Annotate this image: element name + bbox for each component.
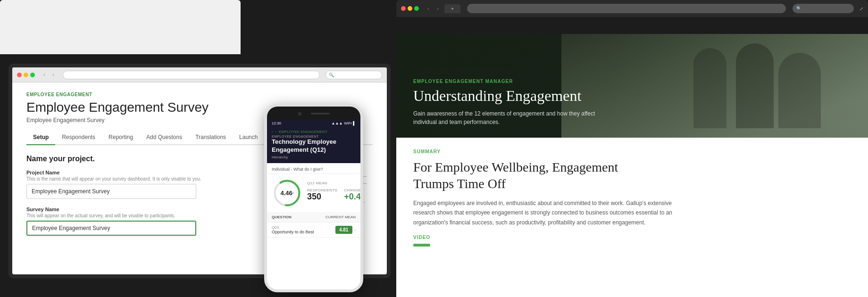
phone-time: 12:30 (272, 121, 281, 125)
minimize-button[interactable] (24, 73, 28, 77)
respondents-value: 350 (307, 192, 337, 202)
right-close-button[interactable] (401, 6, 406, 11)
status-icons: ▲▲▲ WiFi ▌ (332, 121, 356, 125)
desktop-screen (0, 0, 241, 54)
phone-back-button[interactable]: ‹ ← EMPLOYEE ENGAGEMENT (272, 130, 356, 134)
right-browser-tab[interactable]: + (444, 4, 460, 13)
right-nav-arrows: ‹ › (425, 5, 442, 12)
phone-emp-label: EMPLOYEE ENGAGEMENT (272, 135, 356, 138)
search-icon: 🔍 (329, 73, 334, 77)
project-name-desc: This is the name that will appear on you… (26, 176, 274, 182)
tab-translations[interactable]: Translations (189, 130, 233, 144)
tab-add-questions[interactable]: Add Questons (140, 130, 189, 144)
back-chevron-icon: ‹ (272, 130, 273, 134)
right-maximize-button[interactable] (414, 6, 419, 11)
tab-launch[interactable]: Launch (233, 130, 264, 144)
hero-person-silhouette-2 (778, 53, 821, 128)
expand-icon[interactable]: ⤢ (860, 6, 863, 11)
desktop-monitor (0, 0, 241, 54)
hero-text: EMPLOYEE ENGAGEMENT MANAGER Understandin… (413, 79, 602, 126)
close-button[interactable] (17, 73, 22, 77)
survey-name-label: Survey Name (26, 206, 274, 212)
back-arrow[interactable]: ‹ (41, 71, 48, 79)
tab-respondents[interactable]: Respondents (55, 130, 102, 144)
right-search-icon: 🔍 (796, 6, 801, 11)
q12-gauge: 4.46° (272, 178, 302, 208)
phone-back-label: ← EMPLOYEE ENGAGEMENT (274, 130, 327, 134)
nav-arrows: ‹ › (41, 71, 57, 79)
phone-notch (267, 107, 360, 120)
phone-status-bar: 12:30 ▲▲▲ WiFi ▌ (267, 120, 360, 127)
hero-title: Understanding Engagement (413, 87, 602, 105)
question-col-label: QUESTION (272, 215, 292, 219)
maximize-button[interactable] (30, 73, 35, 77)
article-title: For Employee Wellbeing, Engagement Trump… (413, 159, 649, 192)
q12-mean-metric: Q12 MEAN (307, 181, 360, 185)
right-back-arrow[interactable]: ‹ (425, 5, 432, 12)
address-bar[interactable] (63, 71, 320, 79)
right-forward-arrow[interactable]: › (434, 5, 442, 12)
current-mean-col-label: CURRENT MEAN (326, 215, 356, 219)
change-metric: CHANGE +0.45 (344, 188, 360, 202)
phone-question-row-1[interactable]: Q03. Opportunity to do Best 4.81 › (267, 223, 360, 238)
change-value: +0.45 (344, 192, 360, 202)
project-name-label: Project Name (26, 170, 274, 175)
article-wrapper: EMPLOYEE ENGAGEMENT MANAGER Understandin… (396, 34, 868, 297)
video-bar-decoration (413, 244, 430, 247)
right-minimize-button[interactable] (408, 6, 412, 11)
right-panel: ‹ › + 🔍 ⤢ EMPLOYEE ENGAGEMENT MANAGER Un… (396, 0, 868, 297)
battery-icon: ▌ (353, 121, 356, 125)
phone-title: Technology Employee Engagement (Q12) (272, 138, 356, 154)
survey-name-field-group: Survey Name This will appear on the actu… (26, 206, 274, 236)
form-left: Name your project. Project Name This is … (26, 155, 274, 243)
project-name-input[interactable] (26, 184, 196, 199)
respondents-metric: RESPONDENTS 350 (307, 188, 337, 202)
hero-category-label: EMPLOYEE ENGAGEMENT MANAGER (413, 79, 602, 84)
wifi-icon: WiFi (344, 121, 351, 125)
metrics-right: Q12 MEAN RESPONDENTS 350 CHANGE +0.45 (307, 181, 360, 205)
question-score: 4.81 (335, 226, 352, 234)
category-label: EMPLOYEE ENGAGEMENT (26, 92, 373, 97)
browser-bar: ‹ › 🔍 (12, 67, 387, 82)
survey-name-desc: This will appear on the actual survey, a… (26, 213, 274, 218)
survey-name-input[interactable] (26, 221, 196, 236)
front-camera-icon (298, 112, 301, 116)
video-label: VIDEO (413, 235, 851, 240)
hero-section: EMPLOYEE ENGAGEMENT MANAGER Understandin… (396, 34, 868, 138)
tab-reporting[interactable]: Reporting (102, 130, 140, 144)
project-name-field-group: Project Name This is the name that will … (26, 170, 274, 199)
traffic-lights (17, 73, 35, 77)
article-body: Engaged employees are involved in, enthu… (413, 198, 677, 227)
q12-mean-label: Q12 MEAN (307, 181, 360, 185)
signal-icon: ▲▲▲ (332, 121, 343, 125)
article-section: SUMMARY For Employee Wellbeing, Engageme… (396, 138, 868, 297)
question-info: Q03. Opportunity to do Best (272, 225, 314, 234)
browser-search[interactable]: 🔍 (326, 71, 382, 79)
phone-question-header: QUESTION CURRENT MEAN (267, 212, 360, 223)
phone-hierarchy: Hierarchy (272, 155, 356, 159)
form-section-title: Name your project. (26, 155, 274, 163)
right-browser-bar: ‹ › + 🔍 ⤢ (396, 0, 868, 17)
phone-section-label: Individual - What do I give? (267, 163, 360, 174)
phone-body: Individual - What do I give? 4.46° Q12 M… (267, 163, 360, 289)
article-section-label: SUMMARY (413, 149, 851, 154)
tab-setup[interactable]: Setup (26, 130, 55, 144)
hero-person-silhouette-3 (693, 48, 726, 128)
mobile-phone: 12:30 ▲▲▲ WiFi ▌ ‹ ← EMPLOYEE ENGAGEMENT… (264, 104, 363, 292)
hero-description: Gain awaresness of the 12 elements of en… (413, 109, 602, 126)
forward-arrow[interactable]: › (50, 71, 57, 79)
right-search-bar[interactable]: 🔍 (793, 4, 854, 13)
question-id: Q03. (272, 225, 314, 230)
phone-header: ‹ ← EMPLOYEE ENGAGEMENT EMPLOYEE ENGAGEM… (267, 127, 360, 163)
question-text: Opportunity to do Best (272, 230, 314, 234)
gauge-value: 4.46° (280, 190, 293, 197)
right-address-bar[interactable] (467, 4, 786, 13)
hero-person-silhouette-1 (736, 43, 774, 128)
phone-speaker (311, 113, 330, 115)
phone-metrics-row: 4.46° Q12 MEAN RESPONDENTS 350 CHANGE +0… (267, 174, 360, 212)
question-chevron-icon: › (354, 227, 356, 232)
right-traffic-lights (401, 6, 419, 11)
